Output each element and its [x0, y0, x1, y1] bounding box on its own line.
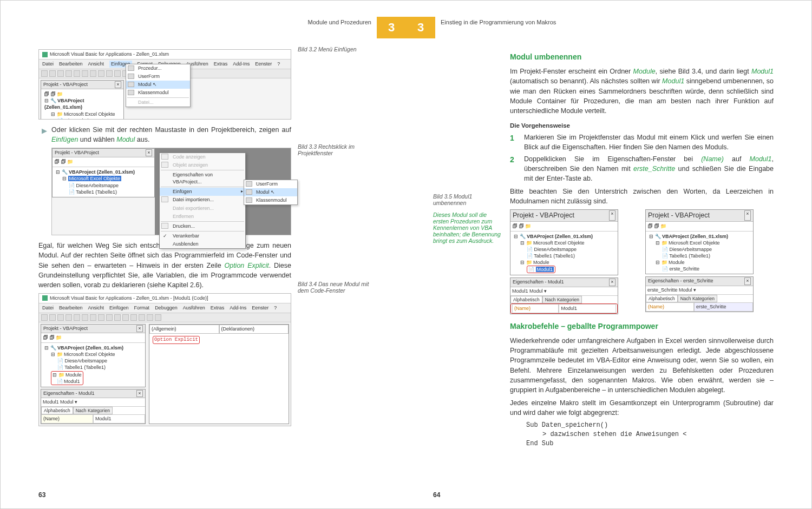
erste-schritte-module: erste_Schritte [670, 266, 700, 272]
proc-icon [128, 65, 134, 71]
paragraph-subroutine: Jedes einzelne Makro stellt im Gesamtkon… [510, 398, 774, 418]
paragraph-rename-intro: Im Projekt-Fenster erscheint ein Ordner … [510, 67, 774, 116]
caption-3-5: Bild 3.5 Modul1 umbenennen [433, 193, 503, 206]
name-value-edited: erste_Schritte [694, 302, 753, 312]
chapter-number-left: 3 [377, 17, 406, 38]
cursor-icon: ↖ [153, 82, 157, 87]
project-pane-title: Projekt - VBAProject [43, 81, 88, 88]
paragraph-makro-intro: Wiederkehrende oder umfangreichere Aufga… [510, 336, 774, 395]
vba-app-icon [42, 295, 48, 301]
chapter-number-right: 3 [406, 17, 435, 38]
caption-3-3: Bild 3.3 Rechtsklick im Projektfenster [298, 143, 379, 230]
page-number-left: 63 [38, 491, 45, 499]
caption-3-2: Bild 3.2 Menü Einfügen [298, 46, 379, 116]
props-tab-cat: Nach Kategorien [73, 407, 113, 414]
einfuegen-submenu: UserForm Modul ↖ Klassenmodul [244, 180, 298, 205]
screenshot-3-5: Projekt - VBAProject× 🗐 🗐 📁 ⊟ 🔧 VBAProje… [510, 209, 774, 314]
close-icon: × [115, 81, 121, 88]
screenshot-3-4: Microsoft Visual Basic for Applications … [38, 293, 291, 426]
vbe-window-title: Microsoft Visual Basic for Applications … [39, 50, 291, 60]
project-tree: 🗐 🗐 📁 ⊟ 🔧 VBAProject (Zellen_01.xlsm) ⊟ … [41, 89, 123, 120]
screenshot-3-3: Projekt - VBAProject× 🗐 🗐 📁 ⊟ 🔧 VBAProje… [51, 148, 291, 235]
option-explicit-line: Option Explicit [153, 336, 200, 344]
code-window: (Allgemein) (Deklarationen) Option Expli… [149, 324, 289, 424]
close-icon: × [744, 210, 751, 220]
props-tab-alpha: Alphabetisch [41, 407, 73, 414]
module-icon [128, 82, 134, 87]
page-number-right: 64 [433, 491, 440, 499]
margin-tip: Dieses Modul soll die ersten Prozeduren … [433, 211, 503, 244]
close-icon: × [136, 325, 143, 332]
code-dropdown-right: (Deklarationen) [219, 325, 289, 334]
heading-vorgehensweise: Die Vorgehensweise [510, 121, 774, 130]
vbe-menubar: Datei Bearbeiten Ansicht Einfügen Format… [39, 303, 291, 313]
paragraph-instruction: ▶ Oder klicken Sie mit der rechten Maust… [51, 125, 291, 144]
close-icon: × [609, 210, 615, 220]
close-icon: × [146, 149, 152, 156]
userform-icon [128, 74, 134, 79]
caption-3-4: Bild 3.4 Das neue Modul mit dem Code-Fen… [298, 281, 379, 294]
code-sub-example: Sub Daten_speichern() > dazwischen stehe… [526, 421, 774, 448]
selected-folder: Microsoft Excel Objekte [68, 176, 122, 181]
close-icon: × [609, 279, 615, 286]
classmodule-icon [128, 90, 134, 95]
header-title-right: Einstieg in die Programmierung von Makro… [435, 17, 774, 25]
context-menu: Code anzeigen Objekt anzeigen Eigenschaf… [159, 153, 246, 249]
page-left: Module und Prozeduren 3 Microsoft Visual… [1, 1, 406, 509]
vba-app-icon [42, 52, 48, 57]
heading-makrobefehle: Makrobefehle – geballte Programmpower [510, 321, 774, 332]
context-einfuegen: Einfügen [160, 188, 245, 196]
classmodule-icon [246, 197, 252, 203]
step-1: 1 Markieren Sie im Projektfenster das Mo… [510, 133, 774, 152]
page-header-right: 3 Einstieg in die Programmierung von Mak… [406, 17, 774, 46]
project-pane-title: Projekt - VBAProject [43, 325, 88, 332]
project-pane-title: Projekt - VBAProject [55, 149, 99, 156]
step-2: 2 Doppelklicken Sie im Eigenschaften-Fen… [510, 154, 774, 183]
screenshot-3-2: Microsoft Visual Basic for Applications … [38, 49, 291, 120]
project-tree: ⊟ 🔧 VBAProject (Zellen_01.xlsm) ⊟ Micros… [53, 167, 154, 197]
header-title-left: Module und Prozeduren [38, 17, 377, 25]
code-dropdown-left: (Allgemein) [149, 325, 219, 334]
page-header-left: Module und Prozeduren 3 [38, 17, 406, 46]
close-icon: × [136, 390, 143, 397]
toolbar-icon [41, 70, 48, 77]
heading-modul-umbenennen: Modul umbenennen [510, 51, 774, 62]
einfuegen-dropdown: Prozedur... UserForm Modul ↖ Klassenmodu… [126, 64, 191, 107]
userform-icon [246, 181, 252, 187]
module-icon [246, 189, 252, 195]
modul1-selected: Modul1 [536, 267, 554, 272]
bullet-icon: ▶ [42, 126, 47, 136]
paragraph-underscore-note: Bitte beachten Sie den Unterstrich zwisc… [510, 187, 774, 206]
close-icon: × [744, 277, 751, 285]
props-pane-title: Eigenschaften - Modul1 [43, 390, 95, 397]
page-right: 3 Einstieg in die Programmierung von Mak… [406, 1, 811, 509]
props-name-cell: (Name) [41, 414, 93, 424]
